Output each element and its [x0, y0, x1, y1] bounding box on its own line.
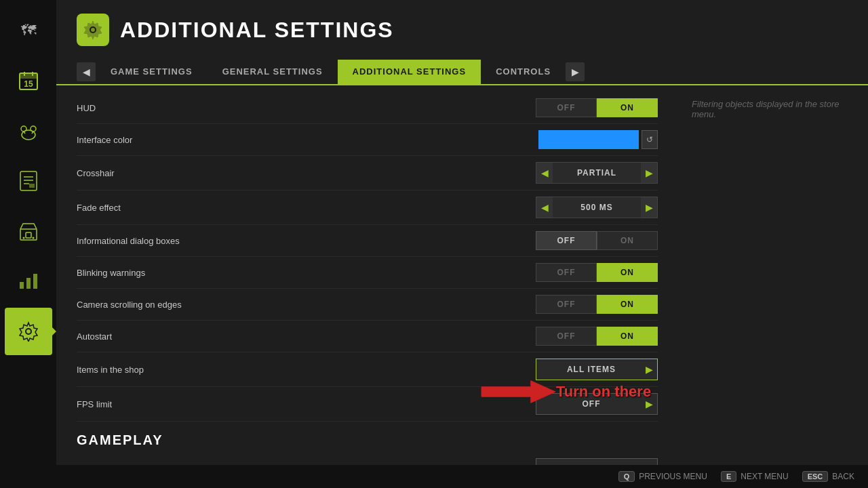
svg-rect-19	[20, 282, 24, 289]
bottom-bar: Q PREVIOUS MENU E NEXT MENU ESC BACK	[56, 465, 868, 488]
fade-effect-control: ◀ 500 MS ▶	[536, 197, 658, 218]
setting-label-camera-scrolling: Camera scrolling on edges	[77, 300, 536, 310]
autostart-off-btn[interactable]: OFF	[536, 327, 597, 346]
key-q-badge: Q	[618, 471, 635, 482]
setting-row-hud: HUD OFF ON	[77, 92, 658, 124]
sidebar-item-settings[interactable]	[5, 308, 52, 355]
svg-line-8	[24, 131, 25, 134]
sidebar-item-map[interactable]: 🗺	[5, 7, 52, 54]
autostart-on-btn[interactable]: ON	[597, 327, 658, 346]
autostart-toggle: OFF ON	[536, 327, 658, 346]
gameplay-heading: GAMEPLAY	[77, 432, 658, 448]
items-shop-next-btn[interactable]: ▶	[641, 359, 657, 380]
tab-additional-settings[interactable]: ADDITIONAL SETTINGS	[338, 60, 481, 85]
crosshair-value: PARTIAL	[553, 168, 641, 178]
fps-limit-next-btn[interactable]: ▶	[641, 394, 657, 414]
svg-rect-21	[33, 274, 37, 289]
fps-limit-control: OFF ▶	[536, 393, 658, 415]
crosshair-next-btn[interactable]: ▶	[641, 163, 657, 183]
key-e-text: NEXT MENU	[741, 472, 788, 481]
main-panel: ADDITIONAL SETTINGS ◀ GAME SETTINGS GENE…	[56, 0, 868, 488]
setting-row-interface-color: Interface color ↺	[77, 124, 658, 156]
svg-rect-14	[29, 184, 35, 188]
fade-next-btn[interactable]: ▶	[641, 197, 657, 218]
setting-row-autostart: Autostart OFF ON	[77, 321, 658, 352]
blinking-warnings-on-btn[interactable]: ON	[597, 263, 658, 282]
setting-label-hud: HUD	[77, 103, 536, 113]
content-area: HUD OFF ON Interface color ↺ Crosshair	[56, 85, 868, 468]
items-shop-value: ALL ITEMS	[542, 365, 641, 374]
hud-toggle: OFF ON	[536, 98, 658, 117]
tabs-bar: ◀ GAME SETTINGS GENERAL SETTINGS ADDITIO…	[56, 60, 868, 85]
info-panel-text: Filtering objects displayed in the store…	[692, 99, 840, 119]
setting-label-interface-color: Interface color	[77, 135, 538, 145]
svg-rect-1	[20, 73, 37, 79]
fade-effect-stepper: ◀ 500 MS ▶	[536, 197, 658, 218]
dialog-boxes-on-btn[interactable]: ON	[597, 231, 658, 250]
items-shop-control: ALL ITEMS ▶	[536, 359, 658, 380]
setting-row-dialog-boxes: Informational dialog boxes OFF ON	[77, 225, 658, 257]
blinking-warnings-off-btn[interactable]: OFF	[536, 263, 597, 282]
setting-label-blinking-warnings: Blinking warnings	[77, 268, 536, 278]
setting-label-fade-effect: Fade effect	[77, 203, 536, 213]
tab-game-settings[interactable]: GAME SETTINGS	[96, 60, 208, 85]
svg-text:15: 15	[24, 79, 33, 89]
svg-point-17	[22, 237, 24, 239]
setting-label-items-shop: Items in the shop	[77, 365, 536, 375]
setting-label-fps-limit: FPS limit	[77, 399, 536, 409]
color-reset-btn[interactable]: ↺	[642, 130, 658, 149]
dialog-boxes-off-btn[interactable]: OFF	[536, 231, 597, 250]
setting-label-crosshair: Crosshair	[77, 168, 536, 178]
camera-scrolling-off-btn[interactable]: OFF	[536, 295, 597, 314]
svg-line-9	[32, 131, 33, 134]
header: ADDITIONAL SETTINGS	[56, 0, 868, 60]
fade-prev-btn[interactable]: ◀	[536, 197, 553, 218]
svg-rect-16	[26, 232, 31, 238]
setting-row-blinking-warnings: Blinking warnings OFF ON	[77, 257, 658, 289]
key-esc-badge: ESC	[802, 471, 829, 482]
blinking-warnings-toggle: OFF ON	[536, 263, 658, 282]
svg-rect-20	[26, 278, 31, 289]
setting-row-crosshair: Crosshair ◀ PARTIAL ▶	[77, 156, 658, 190]
crosshair-control: ◀ PARTIAL ▶	[536, 162, 658, 184]
setting-label-autostart: Autostart	[77, 331, 536, 342]
camera-scrolling-toggle: OFF ON	[536, 295, 658, 314]
sidebar-item-shop[interactable]	[5, 207, 52, 255]
setting-label-dialog-boxes: Informational dialog boxes	[77, 236, 536, 246]
setting-row-items-shop: Items in the shop ALL ITEMS ▶	[77, 352, 658, 387]
info-panel: Filtering objects displayed in the store…	[678, 85, 868, 468]
interface-color-control: ↺	[538, 130, 658, 149]
fade-value: 500 MS	[553, 203, 641, 212]
bottom-key-e: E NEXT MENU	[721, 471, 789, 482]
hud-on-btn[interactable]: ON	[597, 98, 658, 117]
sidebar-item-contracts[interactable]	[5, 157, 52, 205]
sidebar: 🗺 15	[0, 0, 56, 488]
crosshair-prev-btn[interactable]: ◀	[536, 163, 553, 183]
color-bar[interactable]	[538, 130, 639, 149]
fps-limit-stepper: OFF ▶	[536, 393, 658, 415]
bottom-key-q: Q PREVIOUS MENU	[618, 471, 707, 482]
fps-limit-value: OFF	[542, 399, 641, 409]
tab-controls[interactable]: CONTROLS	[481, 60, 566, 85]
page-title: ADDITIONAL SETTINGS	[120, 18, 394, 43]
setting-row-camera-scrolling: Camera scrolling on edges OFF ON	[77, 289, 658, 321]
svg-point-22	[26, 329, 31, 334]
sidebar-item-animals[interactable]	[5, 107, 52, 155]
dialog-boxes-toggle: OFF ON	[536, 231, 658, 250]
key-esc-text: BACK	[832, 472, 854, 481]
settings-panel: HUD OFF ON Interface color ↺ Crosshair	[56, 85, 678, 468]
tab-general-settings[interactable]: GENERAL SETTINGS	[208, 60, 338, 85]
camera-scrolling-on-btn[interactable]: ON	[597, 295, 658, 314]
tabs-next-arrow[interactable]: ▶	[566, 62, 585, 81]
crosshair-stepper: ◀ PARTIAL ▶	[536, 162, 658, 184]
hud-off-btn[interactable]: OFF	[536, 98, 597, 117]
tabs-prev-arrow[interactable]: ◀	[77, 62, 96, 81]
settings-icon	[77, 14, 109, 46]
svg-point-7	[31, 126, 36, 131]
sidebar-item-calendar[interactable]: 15	[5, 57, 52, 104]
items-shop-stepper: ALL ITEMS ▶	[536, 359, 658, 380]
sidebar-item-stats[interactable]	[5, 258, 52, 305]
key-q-text: PREVIOUS MENU	[639, 472, 707, 481]
bottom-key-esc: ESC BACK	[802, 471, 854, 482]
svg-point-18	[32, 237, 34, 239]
